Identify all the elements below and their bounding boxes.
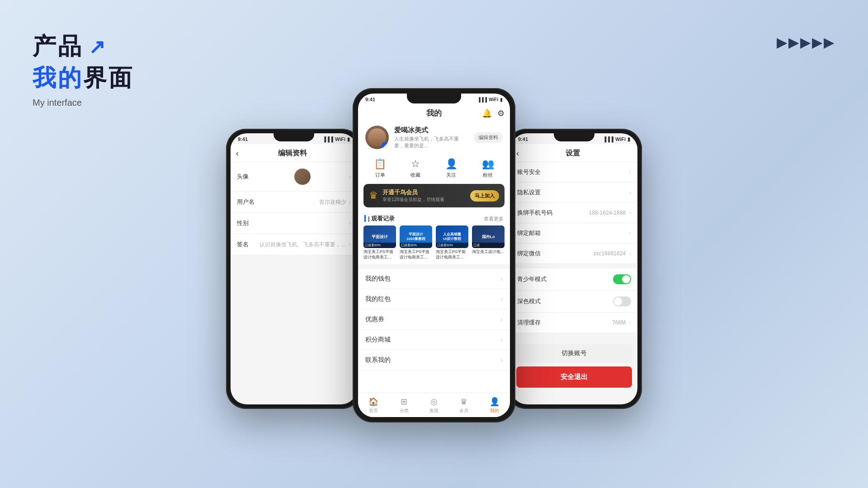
field-gender[interactable]: 性别 › xyxy=(231,213,357,234)
history-item-4[interactable]: 国外Lo 已观 淘宝美工设计电... xyxy=(472,225,505,260)
center-wifi-icon: WiFi xyxy=(489,97,498,102)
setting-arrow-phone: › xyxy=(629,210,631,216)
nav-discover[interactable]: ◎ 发现 xyxy=(429,397,439,414)
youth-mode-toggle[interactable] xyxy=(613,274,631,284)
nav-fans[interactable]: 👥 粉丝 xyxy=(482,158,494,178)
right-back-button[interactable]: ‹ xyxy=(516,149,519,158)
menu-coupon[interactable]: 优惠券 › xyxy=(358,310,510,330)
nav-orders[interactable]: 📋 订单 xyxy=(374,158,386,178)
field-arrow-gender: › xyxy=(349,220,351,226)
profile-info: 爱喝冰美式 人生就像坐飞机，飞多高不重要，重要的是... xyxy=(394,126,468,149)
fans-icon: 👥 xyxy=(482,158,494,170)
menu-contact[interactable]: 联系我的 › xyxy=(358,350,510,371)
setting-right-email: › xyxy=(629,230,631,236)
home-icon: 🏠 xyxy=(368,397,378,407)
setting-cache[interactable]: 清理缓存 768M › xyxy=(511,313,637,333)
field-label-bio: 签名 xyxy=(237,240,259,249)
thumb-text-1: 平面设计 xyxy=(363,235,396,239)
setting-dark-mode[interactable]: 深色模式 xyxy=(511,291,637,313)
setting-arrow-email: › xyxy=(629,230,631,236)
history-title-2: 淘宝美工PS平面设计电商美工... xyxy=(400,249,432,260)
right-status-time: 9:41 xyxy=(518,136,528,142)
setting-youth-mode[interactable]: 青少年模式 xyxy=(511,268,637,291)
logout-button[interactable]: 安全退出 xyxy=(516,366,632,388)
menu-hongbao-arrow: › xyxy=(500,296,503,303)
setting-right-privacy: › xyxy=(629,189,631,196)
setting-label-dark: 深色模式 xyxy=(517,297,541,305)
avatar-preview xyxy=(294,169,311,185)
menu-points[interactable]: 积分商城 › xyxy=(358,330,510,350)
left-screen-title: 编辑资料 xyxy=(244,149,341,158)
field-label-gender: 性别 xyxy=(237,219,259,227)
setting-email[interactable]: 绑定邮箱 › xyxy=(511,223,637,244)
favorites-icon: ☆ xyxy=(411,158,420,170)
discover-icon: ◎ xyxy=(430,397,438,407)
setting-phone[interactable]: 换绑手机号码 188-1624-1688 › xyxy=(511,203,637,223)
setting-right-wechat: zxc16881624 › xyxy=(594,250,631,257)
setting-label-youth: 青少年模式 xyxy=(517,275,547,283)
nav-home[interactable]: 🏠 首页 xyxy=(368,397,378,414)
history-item-2[interactable]: 平面设计1000集教程 已观看80% 淘宝美工PS平面设计电商美工... xyxy=(400,225,432,260)
history-scroll: 平面设计 已观看80% 淘宝美工PS平面设计电商美工... 平面设计1000集教… xyxy=(358,225,510,264)
center-header: 我的 🔔 ⚙ xyxy=(358,104,510,122)
field-arrow-bio: › xyxy=(349,241,351,248)
quick-nav: 📋 订单 ☆ 收藏 👤 关注 👥 粉丝 xyxy=(358,155,510,184)
dark-mode-toggle[interactable] xyxy=(613,296,631,306)
field-avatar[interactable]: 头像 › xyxy=(231,162,357,192)
bottom-nav: 🏠 首页 ⊞ 分类 ◎ 发现 ♛ 会员 👤 我的 xyxy=(358,393,510,417)
setting-privacy[interactable]: 隐私设置 › xyxy=(511,183,637,203)
settings-icon[interactable]: ⚙ xyxy=(497,108,505,118)
left-phone-notch xyxy=(274,133,314,141)
vip-title: 开通千鸟会员 xyxy=(382,188,466,197)
left-status-time: 9:41 xyxy=(238,136,248,142)
bell-icon[interactable]: 🔔 xyxy=(482,108,492,118)
history-thumb-1: 平面设计 已观看80% xyxy=(363,225,396,248)
setting-wechat[interactable]: 绑定微信 zxc16881624 › xyxy=(511,244,637,264)
thumb-progress-4: 已观 xyxy=(472,243,505,248)
right-phone-screen: 9:41 ▐▐▐ WiFi ▮ ‹ 设置 账号安全 › xyxy=(511,133,637,404)
right-signal-icon: ▐▐▐ xyxy=(603,136,613,142)
setting-value-cache: 768M xyxy=(612,319,626,326)
menu-points-arrow: › xyxy=(500,336,503,343)
menu-points-label: 积分商城 xyxy=(365,336,391,344)
vip-join-button[interactable]: 马上加入 xyxy=(470,190,499,202)
nav-member-label: 会员 xyxy=(459,408,468,414)
setting-right-account: › xyxy=(629,169,631,175)
menu-wallet-arrow: › xyxy=(500,275,503,282)
nav-favorites[interactable]: ☆ 收藏 xyxy=(410,158,420,178)
switch-account-button[interactable]: 切换账号 xyxy=(516,344,632,363)
vip-text: 开通千鸟会员 享受128项会员权益，尽情观看 xyxy=(382,188,466,203)
center-header-icons: 🔔 ⚙ xyxy=(482,108,505,118)
user-avatar[interactable]: ✓ xyxy=(365,126,389,149)
history-item-3[interactable]: 人众高销量UI设计教程 已观看80% 淘宝美工PS平面设计电商美工... xyxy=(436,225,468,260)
menu-coupon-arrow: › xyxy=(500,316,503,323)
center-scroll-content[interactable]: 我的 🔔 ⚙ ✓ 爱喝冰美式 人生就像坐飞机，飞多高不重要，重要的是... xyxy=(358,104,510,393)
nav-mine[interactable]: 👤 我的 xyxy=(490,397,500,414)
left-phone-screen: 9:41 ▐▐▐ WiFi ▮ ‹ 编辑资料 头像 › 用户名 首尔迷糊少 xyxy=(231,133,357,404)
nav-discover-label: 发现 xyxy=(429,408,439,414)
history-item-1[interactable]: 平面设计 已观看80% 淘宝美工PS平面设计电商美工... xyxy=(363,225,396,260)
field-bio[interactable]: 签名 认识就像坐飞机、飞多高不重要，重要的是... › xyxy=(231,234,357,255)
nav-category[interactable]: ⊞ 分类 xyxy=(400,397,409,414)
center-signal-icon: ▐▐▐ xyxy=(477,97,487,102)
center-phone-notch xyxy=(407,94,461,103)
nav-member[interactable]: ♛ 会员 xyxy=(459,397,468,414)
watch-history-more[interactable]: 查看更多 xyxy=(484,216,504,222)
menu-hongbao[interactable]: 我的红包 › xyxy=(358,289,510,310)
field-username[interactable]: 用户名 首尔迷糊少 › xyxy=(231,192,357,213)
center-status-time: 9:41 xyxy=(365,97,375,102)
menu-wallet[interactable]: 我的钱包 › xyxy=(358,269,510,289)
setting-account-security[interactable]: 账号安全 › xyxy=(511,162,637,183)
right-wifi-icon: WiFi xyxy=(615,136,626,142)
vip-banner[interactable]: ♛ 开通千鸟会员 享受128项会员权益，尽情观看 马上加入 xyxy=(363,184,505,207)
history-title-1: 淘宝美工PS平面设计电商美工... xyxy=(363,249,396,260)
settings-group-1: 账号安全 › 隐私设置 › 换绑手机号码 188-1624-1688 › xyxy=(511,162,637,264)
thumb-text-4: 国外Lo xyxy=(472,235,505,239)
menu-coupon-label: 优惠券 xyxy=(365,315,384,324)
back-button[interactable]: ‹ xyxy=(236,149,239,158)
edit-profile-button[interactable]: 编辑资料 xyxy=(474,132,503,143)
profile-section: ✓ 爱喝冰美式 人生就像坐飞机，飞多高不重要，重要的是... 编辑资料 xyxy=(358,122,510,155)
divider-1 xyxy=(358,264,510,269)
field-arrow-username: › xyxy=(349,199,351,205)
nav-following[interactable]: 👤 关注 xyxy=(445,158,458,178)
